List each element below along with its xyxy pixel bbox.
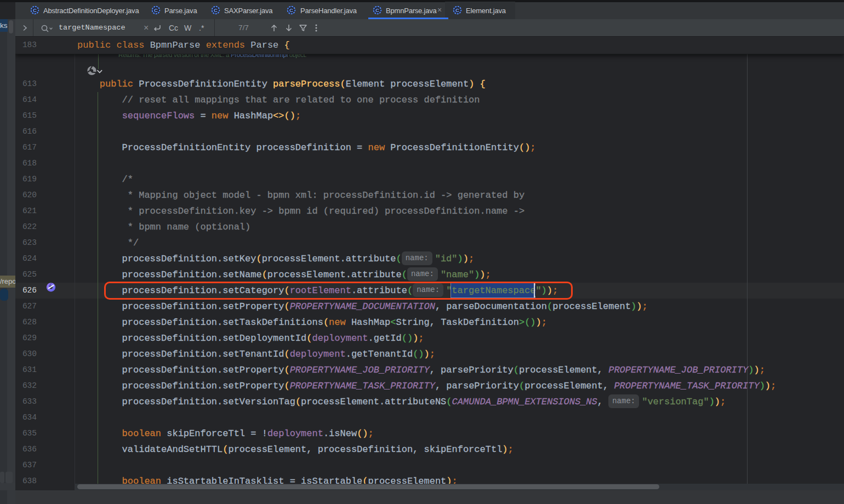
- svg-text:C: C: [33, 7, 37, 13]
- svg-text:C: C: [154, 7, 158, 13]
- svg-text:C: C: [289, 7, 293, 13]
- svg-text:C: C: [455, 7, 459, 13]
- svg-text:C: C: [375, 7, 379, 13]
- svg-text:C: C: [214, 7, 218, 13]
